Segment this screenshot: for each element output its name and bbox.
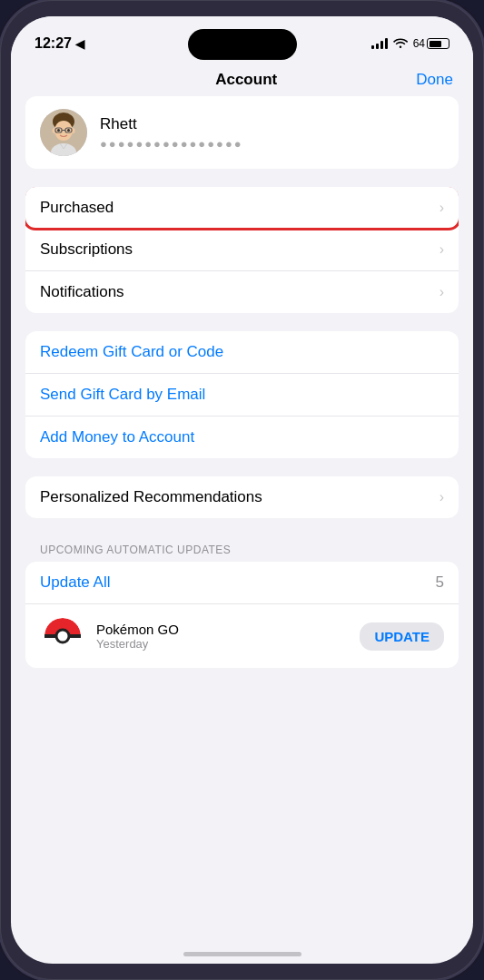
pokemon-go-name: Pokémon GO	[96, 622, 349, 637]
status-icons: 64	[371, 37, 449, 51]
page-title: Account	[215, 71, 277, 89]
personalized-rec-chevron: ›	[440, 489, 444, 505]
purchased-row-wrapper: Purchased ›	[25, 187, 459, 229]
recommendations-section: Personalized Recommendations ›	[25, 476, 459, 518]
redeem-gift-label: Redeem Gift Card or Code	[40, 343, 223, 361]
notifications-label: Notifications	[40, 283, 124, 301]
pokemon-go-row[interactable]: Pokémon GO Yesterday UPDATE	[25, 604, 459, 668]
updates-section-label: UPCOMING AUTOMATIC UPDATES	[25, 536, 459, 562]
personalized-rec-label: Personalized Recommendations	[40, 488, 262, 506]
update-button[interactable]: UPDATE	[360, 622, 444, 651]
add-money-row[interactable]: Add Money to Account	[25, 416, 459, 458]
profile-card[interactable]: Rhett ●●●●●●●●●●●●●●●●	[25, 96, 459, 169]
location-icon: ◀	[75, 37, 84, 51]
updates-section: UPCOMING AUTOMATIC UPDATES Update All 5	[25, 536, 459, 668]
signal-icon	[371, 38, 388, 49]
update-count: 5	[436, 573, 444, 592]
subscriptions-label: Subscriptions	[40, 240, 133, 259]
notifications-row[interactable]: Notifications ›	[25, 271, 459, 313]
phone-screen: 12:27 ◀ 64	[11, 16, 473, 964]
menu-section: Purchased › Subscriptions › Notification…	[25, 187, 459, 313]
profile-email: ●●●●●●●●●●●●●●●●	[100, 137, 444, 151]
avatar	[40, 109, 87, 156]
profile-info: Rhett ●●●●●●●●●●●●●●●●	[100, 115, 444, 151]
phone-frame: 12:27 ◀ 64	[0, 0, 484, 980]
subscriptions-chevron: ›	[440, 241, 444, 258]
redeem-gift-row[interactable]: Redeem Gift Card or Code	[25, 331, 459, 374]
update-all-row[interactable]: Update All 5	[25, 562, 459, 604]
svg-point-8	[57, 129, 60, 132]
subscriptions-row[interactable]: Subscriptions ›	[25, 229, 459, 271]
done-button[interactable]: Done	[416, 71, 453, 89]
wifi-icon	[393, 37, 408, 51]
pokemon-go-icon	[40, 613, 85, 659]
add-money-label: Add Money to Account	[40, 428, 194, 446]
svg-point-17	[59, 632, 66, 640]
dynamic-island	[188, 29, 297, 60]
send-gift-row[interactable]: Send Gift Card by Email	[25, 374, 459, 416]
battery-percentage: 64	[413, 37, 425, 50]
time-label: 12:27	[35, 35, 72, 52]
update-all-label: Update All	[40, 573, 111, 592]
profile-name: Rhett	[100, 115, 444, 133]
home-indicator	[183, 952, 301, 956]
purchased-row[interactable]: Purchased ›	[25, 187, 459, 229]
purchased-label: Purchased	[40, 199, 114, 217]
gift-section: Redeem Gift Card or Code Send Gift Card …	[25, 331, 459, 458]
battery-icon: 64	[413, 37, 449, 50]
svg-point-9	[67, 129, 70, 132]
pokemon-go-info: Pokémon GO Yesterday	[96, 622, 349, 651]
send-gift-label: Send Gift Card by Email	[40, 386, 205, 404]
status-time: 12:27 ◀	[35, 35, 84, 52]
content-area: Rhett ●●●●●●●●●●●●●●●● Purchased › Subsc…	[11, 96, 473, 953]
pokemon-go-date: Yesterday	[96, 637, 349, 651]
personalized-rec-row[interactable]: Personalized Recommendations ›	[25, 476, 459, 518]
notifications-chevron: ›	[440, 284, 444, 300]
nav-bar: Account Done	[11, 62, 473, 96]
purchased-chevron: ›	[440, 200, 444, 216]
updates-list: Update All 5	[25, 562, 459, 668]
